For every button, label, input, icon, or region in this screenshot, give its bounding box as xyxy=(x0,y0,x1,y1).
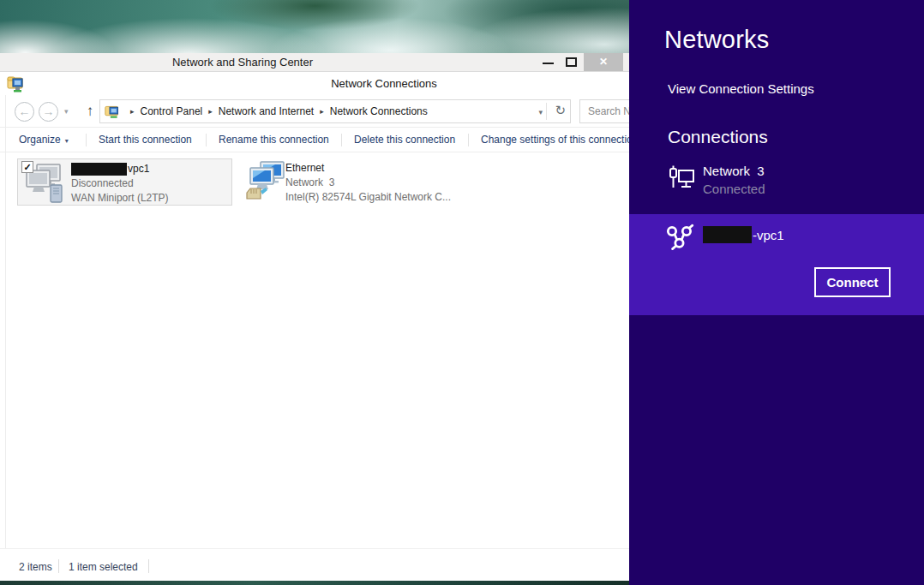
organize-menu[interactable]: Organize▾ xyxy=(19,134,69,146)
statusbar-separator xyxy=(58,559,59,573)
item-device: WAN Miniport (L2TP) xyxy=(71,191,169,206)
wired-network-icon xyxy=(668,164,695,199)
forward-icon: → xyxy=(43,104,55,118)
list-item-ethernet[interactable]: Ethernet Network 3 Intel(R) 82574L Gigab… xyxy=(243,158,448,206)
item-status: Disconnected xyxy=(71,176,169,191)
address-bar-row: ← → ▾ ↑ ▸ Control Panel ▸ Network xyxy=(0,95,629,128)
connect-button[interactable]: Connect xyxy=(814,267,891,297)
ethernet-connection-icon xyxy=(245,160,288,206)
toolbar-separator xyxy=(86,134,87,146)
item-checkbox[interactable]: ✓ xyxy=(21,161,33,173)
forward-button[interactable]: → xyxy=(39,102,58,122)
vpn-name: -vpc1 xyxy=(703,225,784,244)
item-name: Ethernet xyxy=(285,161,451,176)
chevron-down-icon: ▾ xyxy=(65,137,69,145)
organize-label: Organize xyxy=(19,134,61,146)
desktop-wallpaper-bottom-sliver xyxy=(0,581,629,585)
toolbar-separator xyxy=(341,134,342,146)
address-bar[interactable]: ▸ Control Panel ▸ Network and Internet ▸… xyxy=(99,99,571,123)
view-connection-settings-link[interactable]: View Connection Settings xyxy=(668,81,814,96)
address-location-icon xyxy=(105,104,120,122)
rename-connection-command[interactable]: Rename this connection xyxy=(219,134,329,146)
item-name: vpc1 xyxy=(71,162,169,176)
panel-title: Networks xyxy=(664,26,769,54)
close-button[interactable]: ✕ xyxy=(584,53,623,71)
refresh-icon[interactable]: ↻ xyxy=(555,103,566,118)
breadcrumb-network-and-internet[interactable]: Network and Internet xyxy=(219,105,314,117)
breadcrumb-separator-icon: ▸ xyxy=(202,107,219,116)
maximize-icon[interactable] xyxy=(566,57,577,67)
window-title: Network Connections xyxy=(331,77,437,90)
back-icon: ← xyxy=(19,104,31,118)
connections-heading: Connections xyxy=(668,127,768,147)
minimize-icon[interactable] xyxy=(543,63,554,64)
connections-list: ✓ vpc1 Disconnected WAN Miniport (L2TP) xyxy=(0,152,629,548)
breadcrumb-separator-icon: ▸ xyxy=(314,107,330,116)
item-network: Network 3 xyxy=(285,176,451,190)
toolbar-separator xyxy=(206,134,207,146)
close-icon: ✕ xyxy=(599,56,608,68)
redaction-box xyxy=(703,226,752,243)
panel-item-vpn-selected[interactable]: -vpc1 Connect xyxy=(629,214,924,315)
breadcrumb-network-connections[interactable]: Network Connections xyxy=(330,105,428,117)
status-bar: 2 items 1 item selected xyxy=(0,548,629,581)
address-separator xyxy=(546,103,547,120)
vpn-knot-icon xyxy=(664,222,695,260)
redaction-box xyxy=(71,163,127,176)
vpn-name-suffix: -vpc1 xyxy=(753,228,784,242)
up-icon: ↑ xyxy=(87,103,94,119)
selected-count: 1 item selected xyxy=(69,561,138,573)
network-connections-window: Network Connections ← → ▾ ↑ ▸ Contro xyxy=(0,72,629,581)
panel-item-network3[interactable]: Network 3 Connected xyxy=(629,159,924,204)
check-icon: ✓ xyxy=(23,162,31,172)
items-count: 2 items xyxy=(19,561,52,573)
change-settings-command[interactable]: Change settings of this connection xyxy=(481,134,638,146)
command-toolbar: Organize▾ Start this connection Rename t… xyxy=(0,128,629,152)
address-dropdown-icon[interactable]: ▾ xyxy=(538,108,543,116)
window-left-edge xyxy=(5,95,6,577)
item-device: Intel(R) 82574L Gigabit Network C... xyxy=(285,190,451,205)
start-connection-command[interactable]: Start this connection xyxy=(99,134,192,146)
network-sharing-center-titlebar[interactable]: Network and Sharing Center ✕ xyxy=(0,53,629,72)
up-button[interactable]: ↑ xyxy=(81,101,99,122)
network-name: Network 3 xyxy=(703,164,765,178)
breadcrumb: ▸ Control Panel ▸ Network and Internet ▸… xyxy=(124,100,428,122)
screen: Network and Sharing Center ✕ Network Con… xyxy=(0,0,924,585)
window-title: Network and Sharing Center xyxy=(172,56,313,69)
statusbar-separator xyxy=(148,559,149,573)
item-name-suffix: vpc1 xyxy=(128,162,149,176)
titlebar[interactable]: Network Connections xyxy=(0,72,629,95)
networks-charm-panel: Networks View Connection Settings Connec… xyxy=(629,0,924,585)
back-button[interactable]: ← xyxy=(15,102,34,122)
breadcrumb-control-panel[interactable]: Control Panel xyxy=(141,105,203,117)
toolbar-separator xyxy=(468,134,469,146)
network-folder-icon xyxy=(7,75,25,96)
history-dropdown-icon[interactable]: ▾ xyxy=(64,107,69,116)
list-item-vpn[interactable]: ✓ vpc1 Disconnected WAN Miniport (L2TP) xyxy=(17,158,232,206)
breadcrumb-separator-icon: ▸ xyxy=(124,107,141,116)
delete-connection-command[interactable]: Delete this connection xyxy=(354,134,455,146)
network-status: Connected xyxy=(703,182,765,196)
